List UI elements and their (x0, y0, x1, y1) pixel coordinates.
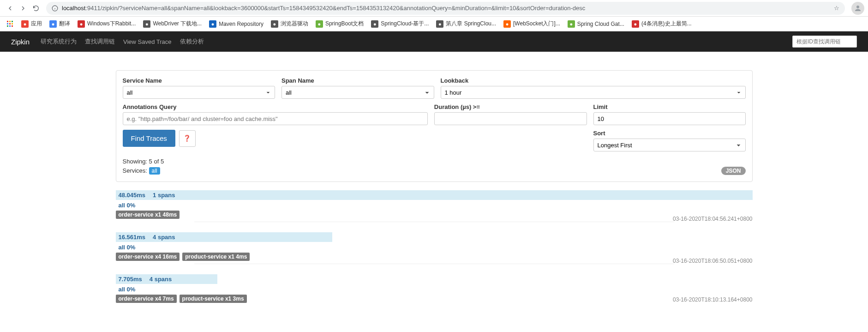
browser-toolbar: localhost:9411/zipkin/?serviceName=all&s… (0, 0, 868, 17)
trace-timestamp: 03-16-2020T18:06:50.051+0800 (673, 258, 752, 264)
annotations-input[interactable] (123, 112, 428, 125)
favicon-icon: ● (316, 20, 323, 28)
bookmark-item[interactable]: ●第八章 SpringClou... (433, 18, 499, 29)
bookmark-item[interactable]: ●浏览器驱动 (268, 18, 311, 29)
favicon-icon: ● (503, 20, 511, 28)
bookmark-label: 翻译 (59, 20, 70, 28)
favicon-icon: ● (632, 20, 639, 28)
favicon-icon: ● (78, 20, 85, 28)
trace-span-count: 4 spans (153, 234, 175, 241)
favicon-icon: ● (209, 20, 216, 28)
divider (194, 264, 674, 264)
svg-rect-7 (12, 23, 13, 24)
address-bar[interactable]: localhost:9411/zipkin/?serviceName=all&s… (46, 2, 845, 15)
favicon-icon: ● (21, 20, 29, 28)
nav-find-traces[interactable]: 查找调用链 (85, 37, 115, 46)
bookmark-item[interactable]: ●应用 (18, 18, 45, 29)
nav-saved-trace[interactable]: View Saved Trace (123, 38, 172, 45)
duration-input[interactable] (434, 112, 587, 125)
limit-input[interactable] (593, 112, 746, 125)
bookmark-item[interactable]: ●[WebSocket入门]... (501, 18, 563, 29)
apps-icon (6, 20, 14, 28)
trace-span-count: 1 spans (153, 192, 175, 199)
bookmark-label: WebDriver 下载地... (153, 20, 202, 28)
forward-icon (19, 5, 27, 12)
bookmark-label: Windows下Rabbit... (87, 20, 136, 28)
lookback-select[interactable]: 1 hour (441, 86, 746, 99)
services-badge: all (149, 167, 160, 175)
trace-list: 48.045ms 1 spans all 0% order-service x1… (116, 190, 753, 305)
help-icon: ❓ (183, 135, 191, 142)
bookmark-label: SpringBoot文档 (325, 20, 364, 28)
back-icon (6, 5, 14, 12)
sort-select[interactable]: Longest First (593, 139, 746, 151)
svg-rect-8 (7, 25, 8, 27)
reload-icon (32, 5, 40, 12)
bookmark-item[interactable]: ●(4条消息)史上最简... (629, 18, 694, 29)
sort-label: Sort (593, 130, 746, 137)
zipkin-tagline: 研究系统行为 (41, 37, 77, 46)
back-button[interactable] (4, 2, 17, 15)
bookmark-item[interactable]: ●SpringBoot文档 (313, 18, 366, 29)
svg-rect-2 (7, 21, 8, 22)
trace-id-search-input[interactable] (792, 36, 857, 48)
bookmark-item[interactable]: ●Maven Repository (206, 19, 266, 29)
info-icon (52, 5, 58, 12)
reload-button[interactable] (30, 2, 42, 15)
nav-dependencies[interactable]: 依赖分析 (180, 37, 204, 46)
trace-row[interactable]: 48.045ms 1 spans all 0% order-service x1… (116, 190, 753, 224)
svg-rect-6 (9, 23, 11, 24)
favicon-icon: ● (568, 20, 575, 28)
trace-row[interactable]: 16.561ms 4 spans all 0% order-service x4… (116, 232, 753, 266)
svg-rect-3 (9, 21, 11, 22)
service-tag: order-service x4 7ms (116, 295, 177, 303)
svg-rect-9 (9, 25, 11, 27)
bookmark-label: 浏览器驱动 (281, 20, 308, 28)
divider (194, 222, 674, 222)
annotations-label: Annotations Query (123, 103, 428, 110)
bookmark-item[interactable]: ●翻译 (47, 18, 73, 29)
trace-duration-bar: 16.561ms 4 spans (116, 232, 332, 242)
trace-timestamp: 03-16-2020T18:10:13.164+0800 (673, 296, 752, 303)
limit-label: Limit (593, 103, 746, 110)
trace-tags: order-service x4 16msproduct-service x1 … (116, 253, 753, 261)
bookmark-item[interactable]: ●WebDriver 下载地... (140, 18, 204, 29)
bookmark-item[interactable]: ●Spring Cloud Gat... (565, 19, 627, 29)
service-name-label: Service Name (123, 77, 275, 84)
service-name-select[interactable]: all (123, 86, 275, 99)
trace-duration: 16.561ms (119, 234, 146, 241)
profile-avatar[interactable] (851, 2, 864, 15)
bookmark-label: Spring Cloud Gat... (577, 21, 624, 27)
bookmark-item[interactable]: ●SpringCloud-基于... (368, 18, 431, 29)
favicon-icon: ● (436, 20, 443, 28)
zipkin-navbar: Zipkin 研究系统行为 查找调用链 View Saved Trace 依赖分… (0, 31, 868, 52)
url-text: localhost:9411/zipkin/?serviceName=all&s… (62, 5, 830, 12)
find-traces-button[interactable]: Find Traces (123, 130, 175, 147)
trace-duration: 7.705ms (119, 276, 142, 283)
span-name-label: Span Name (281, 77, 434, 84)
trace-row[interactable]: 7.705ms 4 spans all 0% order-service x4 … (116, 274, 753, 305)
bookmark-star-icon[interactable]: ☆ (834, 5, 839, 12)
trace-duration: 48.045ms (119, 192, 146, 199)
duration-label: Duration (µs) >= (434, 103, 587, 110)
svg-rect-10 (12, 25, 13, 27)
bookmark-label: [WebSocket入门]... (513, 20, 560, 28)
zipkin-brand[interactable]: Zipkin (11, 38, 30, 46)
trace-span-count: 4 spans (150, 276, 172, 283)
trace-percent: all 0% (116, 242, 753, 253)
json-button[interactable]: JSON (721, 167, 746, 175)
bookmark-label: (4条消息)史上最简... (641, 20, 692, 28)
favicon-icon: ● (143, 20, 150, 28)
bookmark-item[interactable]: ●Windows下Rabbit... (75, 18, 138, 29)
favicon-icon: ● (371, 20, 378, 28)
bookmark-label: Maven Repository (219, 21, 263, 27)
span-name-select[interactable]: all (281, 86, 434, 99)
help-button[interactable]: ❓ (179, 130, 196, 147)
apps-button[interactable] (4, 19, 17, 29)
svg-rect-5 (7, 23, 8, 24)
trace-duration-bar: 7.705ms 4 spans (116, 274, 218, 284)
bookmarks-bar: ●应用●翻译●Windows下Rabbit...●WebDriver 下载地..… (0, 17, 868, 31)
trace-timestamp: 03-16-2020T18:04:56.241+0800 (673, 216, 752, 222)
forward-button[interactable] (17, 2, 30, 15)
bookmark-label: 应用 (31, 20, 42, 28)
